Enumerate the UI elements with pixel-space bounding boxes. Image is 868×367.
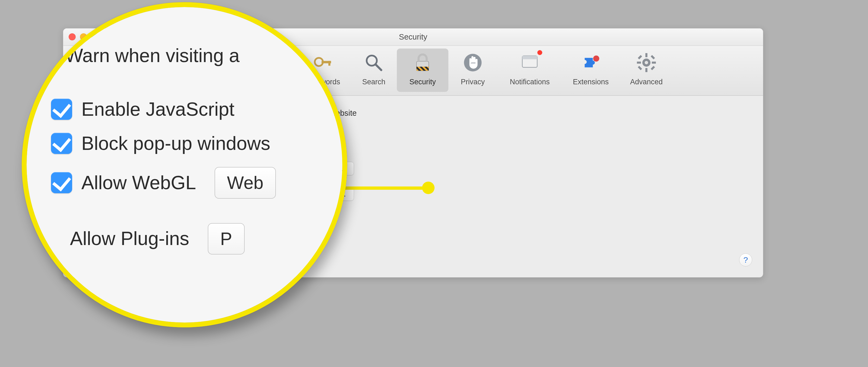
svg-rect-22 — [637, 62, 641, 64]
block-popups-label: Block pop-up windows — [218, 149, 297, 158]
search-icon — [362, 51, 386, 74]
puzzle-icon — [579, 51, 603, 74]
pencil-icon — [257, 51, 281, 74]
svg-rect-13 — [416, 67, 429, 71]
fraudulent-sites-label: Fraudulent sites: — [80, 106, 199, 116]
tab-extensions[interactable]: Extensions — [562, 48, 619, 92]
tab-label: Privacy — [461, 78, 485, 86]
internet-plugins-label: Internet plug-ins: — [80, 187, 199, 197]
allow-plugins-label: Allow Plug-ins — [218, 190, 268, 199]
allow-plugins-row: Allow Plug-ins Plug-in Settings… — [205, 187, 747, 201]
window-controls — [69, 33, 98, 40]
key-icon — [310, 51, 334, 74]
preferences-toolbar: General Tabs AutoFill Pass — [63, 46, 763, 96]
svg-rect-25 — [651, 66, 655, 70]
svg-point-1 — [180, 56, 186, 62]
warn-fraudulent-checkbox-zoom — [46, 45, 56, 66]
tab-general[interactable]: General — [153, 48, 202, 92]
gear-icon — [634, 51, 658, 74]
tab-label: Extensions — [573, 78, 609, 86]
tab-label: AutoFill — [257, 78, 282, 86]
notification-badge-icon — [537, 49, 543, 56]
allow-webgl-label: Allow WebGL — [218, 164, 266, 173]
tab-label: Notifications — [510, 78, 550, 86]
switches-icon — [165, 51, 189, 74]
window-title: Security — [63, 33, 763, 41]
svg-rect-23 — [652, 62, 656, 64]
tab-security[interactable]: Security — [397, 48, 448, 92]
enable-js-row: Enable JavaScript — [205, 131, 747, 144]
enable-javascript-checkbox[interactable] — [205, 134, 214, 142]
tab-search[interactable]: Search — [351, 48, 397, 92]
block-popups-checkbox[interactable] — [205, 149, 214, 158]
lock-icon — [411, 51, 435, 74]
svg-rect-24 — [638, 55, 642, 59]
webgl-settings-button[interactable]: WebGL Settings… — [276, 162, 354, 175]
svg-point-18 — [593, 56, 599, 62]
tab-label: General — [164, 78, 190, 86]
web-content-label: Web content: — [80, 131, 199, 141]
zoom-window-button[interactable] — [91, 33, 98, 40]
close-window-button[interactable] — [69, 33, 76, 40]
tab-privacy[interactable]: Privacy — [448, 48, 497, 92]
svg-rect-17 — [522, 56, 537, 59]
tab-tabs[interactable]: Tabs — [202, 48, 245, 92]
tab-notifications[interactable]: Notifications — [497, 48, 562, 92]
hand-icon — [461, 51, 485, 74]
tab-label: Security — [409, 78, 436, 86]
preferences-window: Security General Tabs — [63, 28, 763, 277]
tab-label: Tabs — [215, 78, 231, 86]
svg-rect-5 — [215, 55, 223, 59]
allow-plugins-checkbox[interactable] — [205, 190, 214, 198]
svg-point-3 — [169, 64, 176, 70]
allow-webgl-row: Allow WebGL WebGL Settings… — [205, 162, 747, 175]
allow-webgl-checkbox[interactable] — [205, 164, 214, 173]
svg-rect-21 — [645, 68, 648, 72]
block-popups-row: Block pop-up windows — [205, 147, 747, 160]
svg-rect-8 — [329, 61, 331, 66]
help-button[interactable]: ? — [739, 254, 752, 266]
tab-passwords[interactable]: Passwords — [294, 48, 351, 92]
notification-icon — [518, 51, 542, 74]
svg-rect-20 — [645, 53, 648, 57]
annotation-leader-line — [335, 187, 428, 190]
annotation-leader-dot — [422, 181, 435, 194]
svg-line-10 — [376, 65, 381, 70]
svg-rect-27 — [638, 66, 642, 70]
tab-label: Passwords — [304, 78, 340, 86]
tab-autofill[interactable]: AutoFill — [245, 48, 294, 92]
tab-label: Advanced — [630, 78, 663, 86]
svg-rect-4 — [215, 58, 231, 70]
svg-rect-26 — [651, 55, 655, 59]
help-icon: ? — [744, 255, 748, 265]
window-titlebar: Security — [63, 29, 763, 46]
tab-advanced[interactable]: Advanced — [619, 48, 674, 92]
enable-javascript-label: Enable JavaScript — [218, 134, 282, 142]
warn-fraudulent-label: Warn when visiting a fraudulent website — [218, 109, 357, 118]
tab-label: Search — [362, 78, 385, 86]
tabs-icon — [211, 51, 235, 74]
security-panel: Fraudulent sites: Warn when visiting a f… — [63, 96, 763, 212]
svg-point-28 — [645, 61, 648, 65]
warn-fraudulent-checkbox[interactable] — [205, 109, 214, 118]
minimize-window-button[interactable] — [80, 33, 87, 40]
warn-fraudulent-row: Warn when visiting a fraudulent website — [205, 106, 747, 120]
